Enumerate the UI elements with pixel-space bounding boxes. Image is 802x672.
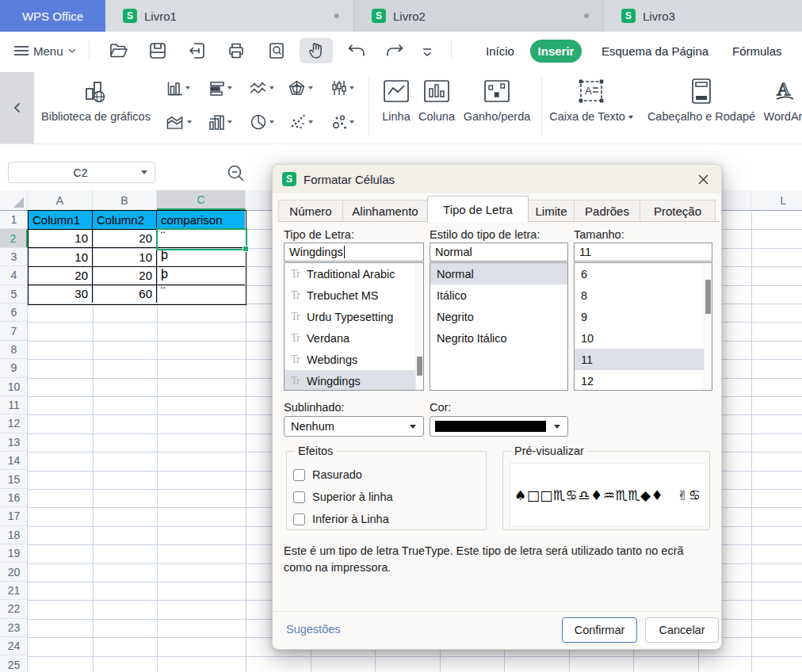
style-list-item[interactable]: Itálico	[430, 284, 567, 306]
caixa-de-texto-button[interactable]: A Caixa de Texto	[547, 78, 636, 124]
row-header-4[interactable]: 4	[0, 266, 28, 284]
pie-chart-button[interactable]	[250, 114, 266, 130]
row-header-23[interactable]: 23	[0, 619, 28, 637]
bubble-chart-button[interactable]	[330, 114, 347, 130]
rasurado-checkbox-row[interactable]: Rasurado	[293, 468, 362, 481]
cell-A3[interactable]: 10	[29, 248, 93, 266]
hand-tool-button[interactable]	[300, 38, 333, 63]
font-list-item[interactable]: TrUrdu Typesetting	[285, 306, 423, 327]
combo-chart-dropdown[interactable]	[227, 114, 234, 130]
column-header-C[interactable]: C	[157, 190, 246, 210]
font-style-input[interactable]: Normal	[430, 242, 568, 262]
undo-button[interactable]	[346, 40, 367, 61]
style-list-item[interactable]: Negrito	[430, 306, 567, 327]
line-chart-button[interactable]	[250, 80, 266, 96]
tab-protecao[interactable]: Proteção	[640, 200, 716, 222]
row-header-25[interactable]: 25	[0, 655, 28, 672]
export-pdf-button[interactable]	[186, 40, 207, 61]
bubble-chart-dropdown[interactable]	[349, 114, 356, 130]
checkbox-icon[interactable]	[293, 514, 305, 525]
cell-A2[interactable]: 10	[29, 230, 93, 248]
column-header-B[interactable]: B	[93, 190, 157, 210]
cell-B2[interactable]: 20	[93, 230, 157, 248]
cancel-button[interactable]: Cancelar	[645, 617, 719, 643]
font-list-item[interactable]: TrTrebuchet MS	[285, 284, 423, 306]
row-header-17[interactable]: 17	[0, 507, 28, 525]
tab-tipo-de-letra[interactable]: Tipo de Letra	[427, 196, 529, 222]
column-header-L[interactable]: L	[751, 190, 802, 210]
row-header-1[interactable]: 1	[0, 211, 28, 229]
row-header-19[interactable]: 19	[0, 544, 28, 563]
cell-B1[interactable]: Column2	[93, 211, 157, 230]
print-preview-button[interactable]	[266, 40, 287, 61]
row-header-9[interactable]: 9	[0, 359, 28, 377]
font-list-item[interactable]: TrTraditional Arabic	[285, 263, 423, 284]
row-header-22[interactable]: 22	[0, 600, 28, 618]
row-header-13[interactable]: 13	[0, 433, 28, 452]
cell-C1[interactable]: comparison	[157, 211, 245, 230]
row-header-18[interactable]: 18	[0, 526, 28, 544]
dialog-titlebar[interactable]: S Formatar Células	[273, 165, 721, 193]
row-header-20[interactable]: 20	[0, 563, 28, 581]
save-button[interactable]	[147, 40, 168, 61]
chart-library-button[interactable]: Biblioteca de gráficos	[35, 78, 157, 124]
size-list-scrollbar[interactable]	[704, 263, 712, 390]
style-list-item-selected[interactable]: Normal	[430, 263, 567, 284]
menu-tab-formulas[interactable]: Fórmulas	[732, 40, 782, 61]
fill-handle[interactable]	[243, 246, 249, 252]
zoom-search-button[interactable]	[227, 164, 247, 186]
row-header-14[interactable]: 14	[0, 452, 28, 470]
row-header-8[interactable]: 8	[0, 341, 28, 359]
cell-C3[interactable]: þ	[157, 248, 245, 266]
row-header-7[interactable]: 7	[0, 322, 28, 340]
scatter-chart-button[interactable]	[288, 114, 305, 130]
superior-checkbox-row[interactable]: Superior à linha	[293, 491, 393, 503]
font-list-scrollbar[interactable]	[415, 263, 423, 390]
tab-padroes[interactable]: Padrões	[574, 200, 640, 222]
wps-office-button[interactable]: WPS Office	[0, 0, 105, 32]
size-list-item[interactable]: 9	[575, 306, 712, 327]
checkbox-icon[interactable]	[293, 491, 305, 503]
document-tab-livro1[interactable]: S Livro1	[105, 0, 354, 32]
bar-chart-dropdown[interactable]	[227, 80, 234, 96]
row-header-15[interactable]: 15	[0, 470, 28, 488]
row-header-11[interactable]: 11	[0, 396, 28, 414]
select-all-corner[interactable]	[0, 190, 28, 210]
redo-button[interactable]	[384, 40, 405, 61]
font-list[interactable]: TrTraditional Arabic TrTrebuchet MS TrUr…	[284, 262, 424, 391]
row-header-12[interactable]: 12	[0, 414, 28, 433]
dialog-close-button[interactable]	[694, 170, 712, 188]
column-chart-button[interactable]	[166, 80, 183, 96]
tab-limite[interactable]: Limite	[528, 200, 575, 222]
cell-A4[interactable]: 20	[29, 267, 93, 285]
row-header-21[interactable]: 21	[0, 582, 28, 600]
cell-B4[interactable]: 20	[93, 267, 157, 285]
main-menu-button[interactable]: Menu	[14, 40, 76, 61]
confirm-button[interactable]: Confirmar	[562, 617, 637, 643]
cell-B5[interactable]: 60	[93, 285, 157, 303]
cell-C5[interactable]: ¨	[157, 285, 245, 303]
menu-tab-inicio[interactable]: Início	[486, 40, 514, 61]
column-chart-dropdown[interactable]	[185, 80, 192, 96]
column-header-A[interactable]: A	[28, 190, 93, 210]
open-file-button[interactable]	[108, 40, 128, 61]
sparkline-linha-button[interactable]: Linha	[376, 78, 416, 124]
sparkline-ganho-perda-button[interactable]: Ganho/perda	[466, 78, 528, 124]
name-box[interactable]: C2	[8, 162, 155, 183]
size-list-item-selected[interactable]: 11	[575, 349, 712, 370]
font-list-item[interactable]: TrWebdings	[285, 349, 423, 370]
tab-numero[interactable]: Número	[278, 200, 343, 222]
cell-A5[interactable]: 30	[29, 285, 93, 303]
font-list-item[interactable]: TrVerdana	[285, 327, 423, 349]
stock-chart-dropdown[interactable]	[349, 80, 356, 96]
cell-C4[interactable]: þ	[157, 267, 245, 285]
scrollbar-thumb[interactable]	[705, 280, 711, 314]
row-header-10[interactable]: 10	[0, 378, 28, 396]
print-button[interactable]	[226, 40, 246, 61]
row-header-2[interactable]: 2	[0, 229, 28, 247]
inferior-checkbox-row[interactable]: Inferior à Linha	[293, 513, 389, 525]
row-header-5[interactable]: 5	[0, 285, 28, 304]
menu-tab-esquema[interactable]: Esquema da Página	[602, 40, 708, 61]
size-list-item[interactable]: 6	[575, 263, 712, 284]
suggestions-link[interactable]: Sugestões	[286, 623, 341, 636]
